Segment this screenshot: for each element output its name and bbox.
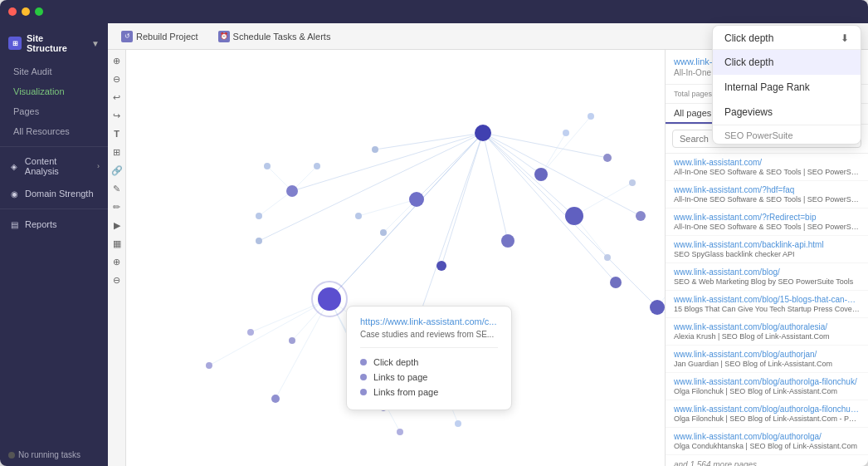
- tool-grid[interactable]: ⊞: [110, 145, 124, 159]
- svg-line-11: [483, 133, 616, 282]
- tooltip-item-links-to: Links to page: [360, 370, 498, 385]
- sub-node-22[interactable]: [455, 420, 461, 427]
- sidebar-status: No running tasks: [0, 444, 108, 466]
- sub-node-11[interactable]: [380, 229, 387, 236]
- sub-node-6[interactable]: [397, 429, 403, 435]
- tooltip-url: https://www.link-assistant.com/c...: [360, 316, 498, 326]
- main-node-10[interactable]: [636, 211, 646, 221]
- tool-pencil[interactable]: ✏: [110, 199, 124, 214]
- svg-line-24: [574, 183, 632, 216]
- close-dot[interactable]: [8, 7, 17, 16]
- sidebar-item-site-audit[interactable]: Site Audit: [0, 61, 108, 81]
- sub-node-16[interactable]: [563, 130, 569, 136]
- sidebar-item-all-resources[interactable]: All Resources: [0, 121, 108, 141]
- sidebar-group-reports[interactable]: ▤ Reports: [0, 213, 108, 236]
- list-item[interactable]: www.link-assistant.com/blog/authoralesia…: [666, 318, 868, 346]
- sub-node-17[interactable]: [588, 113, 594, 120]
- tool-plus[interactable]: ⊕: [110, 53, 124, 68]
- sub-node-19[interactable]: [629, 179, 636, 186]
- svg-line-21: [251, 299, 329, 332]
- list-item[interactable]: www.link-assistant.com/blog/ SEO & Web M…: [666, 263, 868, 291]
- sub-node-7[interactable]: [206, 362, 212, 369]
- svg-line-9: [483, 133, 607, 158]
- content-analysis-icon: ◈: [8, 160, 20, 172]
- stat-total-pages: Total pages: [674, 90, 712, 98]
- sidebar-logo: ⊞ Site Structure ▼: [0, 27, 108, 60]
- main-node-5[interactable]: [286, 185, 298, 197]
- app-container: ⊞ Site Structure ▼ Site Audit Visualizat…: [0, 0, 868, 466]
- tooltip-dot-2: [360, 374, 367, 380]
- svg-line-17: [276, 299, 329, 399]
- list-item[interactable]: www.link-assistant.com/blog/authorjan/ J…: [666, 346, 868, 373]
- sub-node-4[interactable]: [289, 337, 295, 344]
- sub-node-18[interactable]: [604, 254, 611, 261]
- main-node-6[interactable]: [501, 234, 514, 248]
- sub-node-8[interactable]: [247, 329, 254, 336]
- sidebar-group-content-analysis[interactable]: ◈ Content Analysis ›: [0, 150, 108, 182]
- dropdown-item-pageviews[interactable]: Pageviews: [713, 100, 861, 125]
- minimize-dot[interactable]: [22, 7, 30, 16]
- sidebar-chevron-icon: ▼: [91, 39, 100, 48]
- main-node-3[interactable]: [409, 192, 424, 207]
- main-node-9[interactable]: [610, 277, 622, 288]
- list-item[interactable]: www.link-assistant.com/blog/15-blogs-tha…: [666, 291, 868, 318]
- sidebar-group-domain-strength[interactable]: ◉ Domain Strength: [0, 182, 108, 205]
- main-node-8[interactable]: [650, 300, 665, 315]
- tool-play[interactable]: ▶: [110, 218, 124, 233]
- sub-node-12[interactable]: [355, 213, 362, 219]
- list-item[interactable]: www.link-assistant.com/backlink-api.html…: [666, 236, 868, 263]
- main-content: ↺ Rebuild Project ⏰ Schedule Tasks & Ale…: [108, 23, 868, 466]
- sidebar-item-visualization[interactable]: Visualization: [0, 81, 108, 101]
- tool-link[interactable]: 🔗: [110, 163, 124, 178]
- title-bar: [0, 0, 868, 23]
- svg-line-3: [483, 133, 574, 216]
- dropdown-item-click-depth[interactable]: Click depth: [713, 50, 861, 75]
- sidebar-nav: Site Audit Visualization Pages All Resou…: [0, 60, 108, 143]
- main-node-1[interactable]: [318, 287, 341, 311]
- metric-dropdown[interactable]: Click depth ⬇ Click depth Internal Page …: [712, 50, 861, 145]
- svg-line-10: [483, 133, 641, 216]
- sub-node-15[interactable]: [256, 213, 262, 219]
- sidebar-item-pages[interactable]: Pages: [0, 101, 108, 121]
- schedule-button[interactable]: ⏰ Schedule Tasks & Alerts: [213, 28, 336, 45]
- main-node-11[interactable]: [603, 154, 612, 162]
- visualization-canvas[interactable]: https://www.link-assistant.com/c... Case…: [126, 50, 665, 466]
- main-node-2[interactable]: [565, 207, 583, 225]
- dropdown-footer-label: SEO PowerSuite: [713, 125, 861, 144]
- list-item[interactable]: www.link-assistant.com/?rRedirect=bip Al…: [666, 208, 868, 236]
- tool-minus[interactable]: ⊖: [110, 71, 124, 86]
- tool-table[interactable]: ▦: [110, 236, 124, 251]
- tool-zoom-in[interactable]: ⊕: [110, 254, 124, 269]
- content-area: ⊕ ⊖ ↩ ↪ T ⊞ 🔗 ✎ ✏ ▶ ▦ ⊕ ⊖: [108, 50, 868, 466]
- svg-line-5: [441, 133, 483, 266]
- tool-text[interactable]: T: [110, 126, 124, 141]
- hub-node[interactable]: [475, 125, 491, 141]
- tooltip-dot-1: [360, 359, 367, 365]
- tool-redo[interactable]: ↪: [110, 108, 124, 123]
- tool-edit[interactable]: ✎: [110, 181, 124, 196]
- list-item[interactable]: www.link-assistant.com/blog/authorolga/ …: [666, 428, 868, 455]
- list-item[interactable]: www.link-assistant.com/blog/authorolga-f…: [666, 373, 868, 400]
- sub-node-5[interactable]: [271, 395, 280, 403]
- sidebar: ⊞ Site Structure ▼ Site Audit Visualizat…: [0, 23, 108, 466]
- main-node-4[interactable]: [534, 168, 548, 181]
- svg-line-0: [329, 133, 483, 299]
- rebuild-button[interactable]: ↺ Rebuild Project: [116, 28, 203, 45]
- list-item[interactable]: www.link-assistant.com/?hdf=faq All-In-O…: [666, 181, 868, 208]
- sub-node-14[interactable]: [314, 163, 320, 169]
- tool-undo[interactable]: ↩: [110, 90, 124, 105]
- list-item[interactable]: www.link-assistant.com/blog/authorolga-f…: [666, 400, 868, 428]
- tool-zoom-out[interactable]: ⊖: [110, 272, 124, 287]
- sub-node-9[interactable]: [256, 238, 262, 244]
- svg-line-4: [483, 133, 508, 241]
- maximize-dot[interactable]: [35, 7, 43, 16]
- list-item[interactable]: www.link-assistant.com/ All-In-One SEO S…: [666, 154, 868, 181]
- sub-node-10[interactable]: [372, 146, 378, 153]
- page-list[interactable]: www.link-assistant.com/ All-In-One SEO S…: [666, 154, 868, 466]
- tools-panel: ⊕ ⊖ ↩ ↪ T ⊞ 🔗 ✎ ✏ ▶ ▦ ⊕ ⊖: [108, 50, 126, 466]
- sub-node-13[interactable]: [264, 163, 271, 169]
- tooltip-desc: Case studies and reviews from SE...: [360, 330, 498, 339]
- schedule-icon: ⏰: [218, 31, 230, 42]
- dropdown-item-internal-page-rank[interactable]: Internal Page Rank: [713, 75, 861, 100]
- main-node-7[interactable]: [436, 261, 446, 271]
